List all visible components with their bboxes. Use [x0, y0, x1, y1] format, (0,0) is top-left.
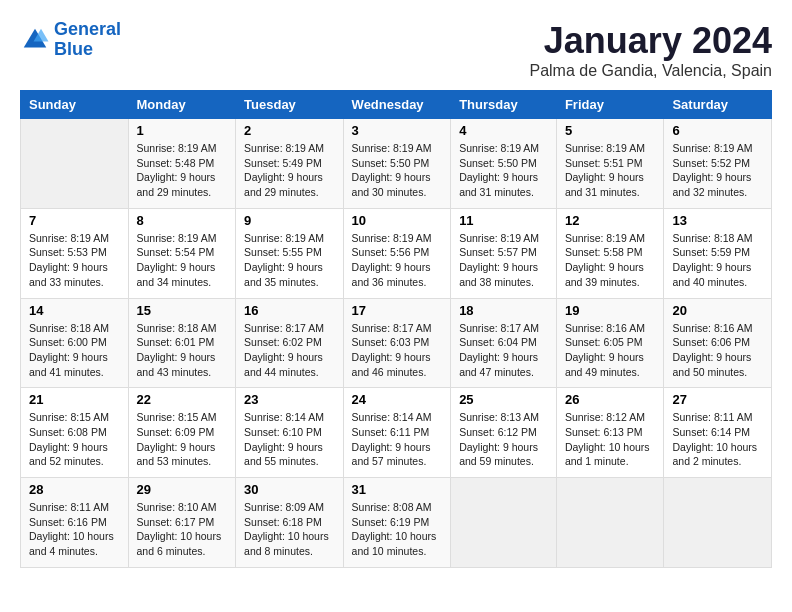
calendar-cell: 18Sunrise: 8:17 AMSunset: 6:04 PMDayligh… [451, 298, 557, 388]
logo-text: General Blue [54, 20, 121, 60]
calendar-cell: 4Sunrise: 8:19 AMSunset: 5:50 PMDaylight… [451, 119, 557, 209]
day-number: 14 [29, 303, 120, 318]
calendar-cell: 26Sunrise: 8:12 AMSunset: 6:13 PMDayligh… [556, 388, 664, 478]
month-title: January 2024 [529, 20, 772, 62]
calendar-cell: 17Sunrise: 8:17 AMSunset: 6:03 PMDayligh… [343, 298, 451, 388]
day-number: 10 [352, 213, 443, 228]
calendar-cell: 19Sunrise: 8:16 AMSunset: 6:05 PMDayligh… [556, 298, 664, 388]
day-number: 5 [565, 123, 656, 138]
calendar-cell [556, 478, 664, 568]
calendar-cell: 20Sunrise: 8:16 AMSunset: 6:06 PMDayligh… [664, 298, 772, 388]
day-info: Sunrise: 8:19 AMSunset: 5:56 PMDaylight:… [352, 231, 443, 290]
location-title: Palma de Gandia, Valencia, Spain [529, 62, 772, 80]
day-number: 16 [244, 303, 335, 318]
day-info: Sunrise: 8:19 AMSunset: 5:50 PMDaylight:… [459, 141, 548, 200]
calendar-cell: 6Sunrise: 8:19 AMSunset: 5:52 PMDaylight… [664, 119, 772, 209]
calendar-cell: 16Sunrise: 8:17 AMSunset: 6:02 PMDayligh… [236, 298, 344, 388]
calendar-cell: 3Sunrise: 8:19 AMSunset: 5:50 PMDaylight… [343, 119, 451, 209]
calendar-cell: 24Sunrise: 8:14 AMSunset: 6:11 PMDayligh… [343, 388, 451, 478]
day-info: Sunrise: 8:10 AMSunset: 6:17 PMDaylight:… [137, 500, 228, 559]
day-number: 23 [244, 392, 335, 407]
day-info: Sunrise: 8:08 AMSunset: 6:19 PMDaylight:… [352, 500, 443, 559]
day-info: Sunrise: 8:15 AMSunset: 6:09 PMDaylight:… [137, 410, 228, 469]
calendar-week-row-2: 7Sunrise: 8:19 AMSunset: 5:53 PMDaylight… [21, 208, 772, 298]
day-info: Sunrise: 8:19 AMSunset: 5:58 PMDaylight:… [565, 231, 656, 290]
day-info: Sunrise: 8:13 AMSunset: 6:12 PMDaylight:… [459, 410, 548, 469]
day-number: 4 [459, 123, 548, 138]
day-info: Sunrise: 8:11 AMSunset: 6:16 PMDaylight:… [29, 500, 120, 559]
day-number: 6 [672, 123, 763, 138]
day-number: 29 [137, 482, 228, 497]
day-number: 20 [672, 303, 763, 318]
calendar-cell: 22Sunrise: 8:15 AMSunset: 6:09 PMDayligh… [128, 388, 236, 478]
logo-line2: Blue [54, 39, 93, 59]
day-number: 2 [244, 123, 335, 138]
calendar-cell: 7Sunrise: 8:19 AMSunset: 5:53 PMDaylight… [21, 208, 129, 298]
day-number: 19 [565, 303, 656, 318]
day-info: Sunrise: 8:17 AMSunset: 6:04 PMDaylight:… [459, 321, 548, 380]
page-header: General Blue January 2024 Palma de Gandi… [20, 20, 772, 80]
weekday-header-friday: Friday [556, 91, 664, 119]
calendar-cell: 10Sunrise: 8:19 AMSunset: 5:56 PMDayligh… [343, 208, 451, 298]
logo: General Blue [20, 20, 121, 60]
day-number: 9 [244, 213, 335, 228]
day-info: Sunrise: 8:17 AMSunset: 6:03 PMDaylight:… [352, 321, 443, 380]
day-info: Sunrise: 8:19 AMSunset: 5:49 PMDaylight:… [244, 141, 335, 200]
day-number: 18 [459, 303, 548, 318]
calendar-table: SundayMondayTuesdayWednesdayThursdayFrid… [20, 90, 772, 568]
calendar-cell: 28Sunrise: 8:11 AMSunset: 6:16 PMDayligh… [21, 478, 129, 568]
calendar-cell [664, 478, 772, 568]
day-number: 7 [29, 213, 120, 228]
weekday-header-monday: Monday [128, 91, 236, 119]
weekday-header-thursday: Thursday [451, 91, 557, 119]
day-number: 26 [565, 392, 656, 407]
day-info: Sunrise: 8:19 AMSunset: 5:54 PMDaylight:… [137, 231, 228, 290]
day-info: Sunrise: 8:14 AMSunset: 6:11 PMDaylight:… [352, 410, 443, 469]
calendar-week-row-1: 1Sunrise: 8:19 AMSunset: 5:48 PMDaylight… [21, 119, 772, 209]
day-info: Sunrise: 8:16 AMSunset: 6:06 PMDaylight:… [672, 321, 763, 380]
calendar-week-row-4: 21Sunrise: 8:15 AMSunset: 6:08 PMDayligh… [21, 388, 772, 478]
calendar-cell: 27Sunrise: 8:11 AMSunset: 6:14 PMDayligh… [664, 388, 772, 478]
calendar-cell: 29Sunrise: 8:10 AMSunset: 6:17 PMDayligh… [128, 478, 236, 568]
day-number: 28 [29, 482, 120, 497]
calendar-cell: 14Sunrise: 8:18 AMSunset: 6:00 PMDayligh… [21, 298, 129, 388]
day-number: 25 [459, 392, 548, 407]
day-info: Sunrise: 8:19 AMSunset: 5:51 PMDaylight:… [565, 141, 656, 200]
day-number: 30 [244, 482, 335, 497]
day-number: 31 [352, 482, 443, 497]
day-number: 27 [672, 392, 763, 407]
day-info: Sunrise: 8:19 AMSunset: 5:55 PMDaylight:… [244, 231, 335, 290]
calendar-cell: 11Sunrise: 8:19 AMSunset: 5:57 PMDayligh… [451, 208, 557, 298]
calendar-cell: 5Sunrise: 8:19 AMSunset: 5:51 PMDaylight… [556, 119, 664, 209]
day-number: 22 [137, 392, 228, 407]
calendar-cell: 1Sunrise: 8:19 AMSunset: 5:48 PMDaylight… [128, 119, 236, 209]
day-number: 24 [352, 392, 443, 407]
weekday-header-wednesday: Wednesday [343, 91, 451, 119]
weekday-header-tuesday: Tuesday [236, 91, 344, 119]
day-info: Sunrise: 8:18 AMSunset: 6:01 PMDaylight:… [137, 321, 228, 380]
day-number: 12 [565, 213, 656, 228]
day-info: Sunrise: 8:18 AMSunset: 5:59 PMDaylight:… [672, 231, 763, 290]
weekday-header-saturday: Saturday [664, 91, 772, 119]
calendar-cell [21, 119, 129, 209]
calendar-cell: 31Sunrise: 8:08 AMSunset: 6:19 PMDayligh… [343, 478, 451, 568]
day-info: Sunrise: 8:19 AMSunset: 5:53 PMDaylight:… [29, 231, 120, 290]
day-info: Sunrise: 8:17 AMSunset: 6:02 PMDaylight:… [244, 321, 335, 380]
calendar-cell: 30Sunrise: 8:09 AMSunset: 6:18 PMDayligh… [236, 478, 344, 568]
calendar-cell: 2Sunrise: 8:19 AMSunset: 5:49 PMDaylight… [236, 119, 344, 209]
calendar-cell: 8Sunrise: 8:19 AMSunset: 5:54 PMDaylight… [128, 208, 236, 298]
day-number: 11 [459, 213, 548, 228]
calendar-cell [451, 478, 557, 568]
day-number: 1 [137, 123, 228, 138]
day-info: Sunrise: 8:14 AMSunset: 6:10 PMDaylight:… [244, 410, 335, 469]
day-info: Sunrise: 8:19 AMSunset: 5:50 PMDaylight:… [352, 141, 443, 200]
calendar-cell: 12Sunrise: 8:19 AMSunset: 5:58 PMDayligh… [556, 208, 664, 298]
day-number: 15 [137, 303, 228, 318]
day-info: Sunrise: 8:15 AMSunset: 6:08 PMDaylight:… [29, 410, 120, 469]
title-block: January 2024 Palma de Gandia, Valencia, … [529, 20, 772, 80]
day-number: 17 [352, 303, 443, 318]
calendar-cell: 15Sunrise: 8:18 AMSunset: 6:01 PMDayligh… [128, 298, 236, 388]
calendar-cell: 9Sunrise: 8:19 AMSunset: 5:55 PMDaylight… [236, 208, 344, 298]
day-info: Sunrise: 8:16 AMSunset: 6:05 PMDaylight:… [565, 321, 656, 380]
calendar-cell: 21Sunrise: 8:15 AMSunset: 6:08 PMDayligh… [21, 388, 129, 478]
